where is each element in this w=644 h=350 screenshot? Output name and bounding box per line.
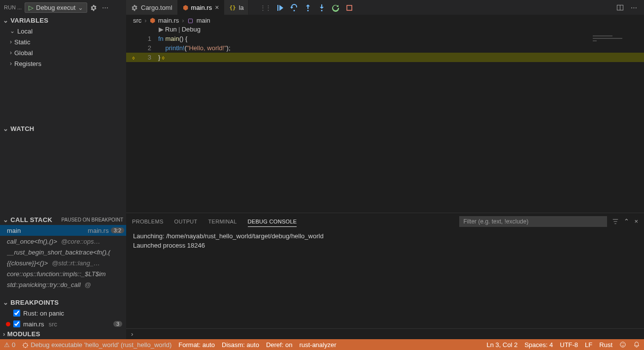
tab-main-rs[interactable]: ⬢ main.rs × xyxy=(178,0,225,15)
chevron-right-icon: › xyxy=(10,49,12,56)
chevron-down-icon: ⌄ xyxy=(78,4,83,11)
chevron-right-icon: › xyxy=(3,330,5,338)
chevron-down-icon: ⌄ xyxy=(3,17,8,24)
tab-launch-json[interactable]: {} la xyxy=(224,0,249,15)
status-deref[interactable]: Deref: on xyxy=(266,341,292,349)
section-header-watch[interactable]: ⌄ WATCH xyxy=(0,123,126,134)
callstack-frame[interactable]: {{closure}}<()>@std::rt::lang_… xyxy=(0,257,126,268)
run-config-bar: RUN ... ▷ Debug execut ⌄ ⋯ xyxy=(0,2,126,13)
continue-icon[interactable] xyxy=(276,3,284,12)
status-rust-analyzer[interactable]: rust-analyzer xyxy=(299,341,336,349)
breadcrumb-bar-bottom[interactable]: › xyxy=(126,328,644,339)
line-number: 1 xyxy=(141,34,158,43)
more-actions-icon[interactable]: ⋯ xyxy=(631,4,637,11)
debug-toolbar: ⋮⋮ xyxy=(255,3,353,12)
line-number: 2 xyxy=(141,43,158,53)
start-debug-button[interactable]: ▷ Debug execut ⌄ xyxy=(25,2,87,13)
warning-icon: ⚠ xyxy=(4,341,10,349)
breadcrumb-item[interactable]: main xyxy=(197,17,210,24)
status-disasm[interactable]: Disasm: auto xyxy=(222,341,259,349)
chevron-right-icon: › xyxy=(131,330,133,338)
position-badge: 3:2 xyxy=(111,227,124,233)
breakpoint-checkbox[interactable] xyxy=(13,310,20,317)
variables-scope-registers[interactable]: ›Registers xyxy=(0,58,126,69)
panel-tab-problems[interactable]: PROBLEMS xyxy=(132,219,164,224)
status-format[interactable]: Format: auto xyxy=(178,341,215,349)
section-header-modules[interactable]: › MODULES xyxy=(0,328,126,339)
variables-scope-global[interactable]: ›Global xyxy=(0,47,126,58)
code-line-current[interactable]: ⬨ 3 }⬨ xyxy=(126,53,644,62)
section-variables: ⌄ VARIABLES ⌄Local ›Static ›Global ›Regi… xyxy=(0,15,126,123)
step-over-icon[interactable] xyxy=(290,3,298,12)
breakpoint-marker-icon xyxy=(6,322,10,326)
panel-tab-debug-console[interactable]: DEBUG CONSOLE xyxy=(248,219,297,227)
debug-console-output[interactable]: Launching: /home/nayab/rust_hello_world/… xyxy=(126,229,644,328)
gear-icon[interactable] xyxy=(90,3,97,11)
grip-icon[interactable]: ⋮⋮ xyxy=(260,4,271,11)
editor-tabs: Cargo.toml ⬢ main.rs × {} la xyxy=(126,0,249,15)
panel-tab-output[interactable]: OUTPUT xyxy=(174,219,198,224)
step-into-icon[interactable] xyxy=(304,3,312,12)
restart-icon[interactable] xyxy=(332,3,339,12)
status-cursor-position[interactable]: Ln 3, Col 2 xyxy=(487,341,518,349)
minimap[interactable] xyxy=(590,34,644,44)
panel-tab-terminal[interactable]: TERMINAL xyxy=(208,219,237,224)
status-warnings[interactable]: ⚠0 xyxy=(4,341,15,349)
section-breakpoints: ⌄ BREAKPOINTS Rust: on panic main.rs src xyxy=(0,297,126,328)
callstack-frame[interactable]: call_once<fn(),()>@core::ops… xyxy=(0,236,126,247)
stop-icon[interactable] xyxy=(345,3,353,12)
breadcrumb-item[interactable]: main.rs xyxy=(158,17,179,24)
breadcrumb[interactable]: src › ⬢ main.rs › main xyxy=(126,15,644,26)
notifications-icon[interactable] xyxy=(633,341,640,348)
panel: PROBLEMS OUTPUT TERMINAL DEBUG CONSOLE ⌃… xyxy=(126,213,644,328)
status-debug-session[interactable]: Debug executable 'hello_world' (rust_hel… xyxy=(22,341,171,348)
section-header-callstack[interactable]: ⌄ CALL STACK PAUSED ON BREAKPOINT xyxy=(0,214,126,225)
section-header-variables[interactable]: ⌄ VARIABLES xyxy=(0,15,126,26)
code-editor[interactable]: 1 fn main() { 2 println!("Hello, world!"… xyxy=(126,34,644,213)
status-eol[interactable]: LF xyxy=(585,341,592,349)
section-callstack: ⌄ CALL STACK PAUSED ON BREAKPOINT main m… xyxy=(0,214,126,297)
callstack-frame[interactable]: main main.rs 3:2 xyxy=(0,225,126,236)
section-title: CALL STACK xyxy=(10,216,52,223)
filter-icon[interactable] xyxy=(612,218,619,225)
section-header-breakpoints[interactable]: ⌄ BREAKPOINTS xyxy=(0,297,126,308)
chevron-down-icon: ⌄ xyxy=(3,125,8,132)
callstack-frame[interactable]: __rust_begin_short_backtrace<fn(),( xyxy=(0,247,126,257)
rust-file-icon: ⬢ xyxy=(150,17,155,24)
code-line[interactable]: 2 println!("Hello, world!"); xyxy=(126,43,644,53)
filter-input[interactable] xyxy=(459,216,607,227)
status-language[interactable]: Rust xyxy=(599,341,612,349)
breakpoint-rust-panic[interactable]: Rust: on panic xyxy=(0,308,126,318)
debug-icon xyxy=(22,341,29,348)
status-encoding[interactable]: UTF-8 xyxy=(560,341,578,349)
collapse-icon[interactable]: ⌃ xyxy=(624,218,629,225)
more-actions-icon[interactable]: ⋯ xyxy=(100,4,110,11)
section-title: WATCH xyxy=(10,125,34,132)
tab-cargo-toml[interactable]: Cargo.toml xyxy=(126,0,178,15)
callstack-frame[interactable]: core::ops::function::impls::_$LT$im xyxy=(0,268,126,279)
codelens-run[interactable]: Run xyxy=(165,26,177,33)
panel-tabs: PROBLEMS OUTPUT TERMINAL DEBUG CONSOLE ⌃… xyxy=(126,213,644,229)
breadcrumb-item[interactable]: src xyxy=(133,17,141,24)
debug-config-name: Debug execut xyxy=(36,4,75,11)
rust-file-icon: ⬢ xyxy=(183,4,188,11)
chevron-right-icon: › xyxy=(182,17,184,24)
chevron-down-icon: ⌄ xyxy=(10,28,15,34)
close-icon[interactable]: × xyxy=(634,218,638,225)
variables-scope-local[interactable]: ⌄Local xyxy=(0,26,126,36)
close-icon[interactable]: × xyxy=(215,3,219,11)
codelens-debug[interactable]: Debug xyxy=(182,26,201,33)
status-indentation[interactable]: Spaces: 4 xyxy=(524,341,553,349)
run-label: RUN ... xyxy=(4,4,22,10)
code-line[interactable]: 1 fn main() { xyxy=(126,34,644,43)
editor-pane: src › ⬢ main.rs › main ▶Run | Debug xyxy=(126,15,644,339)
step-out-icon[interactable] xyxy=(318,3,326,12)
breakpoint-main-rs[interactable]: main.rs src 3 xyxy=(0,318,126,328)
feedback-icon[interactable] xyxy=(619,341,626,348)
variables-scope-static[interactable]: ›Static xyxy=(0,36,126,47)
breakpoint-checkbox[interactable] xyxy=(13,320,20,327)
symbol-icon xyxy=(187,16,194,24)
split-editor-icon[interactable] xyxy=(616,3,624,11)
section-title: BREAKPOINTS xyxy=(10,299,59,306)
callstack-frame[interactable]: std::panicking::try::do_call@ xyxy=(0,279,126,290)
